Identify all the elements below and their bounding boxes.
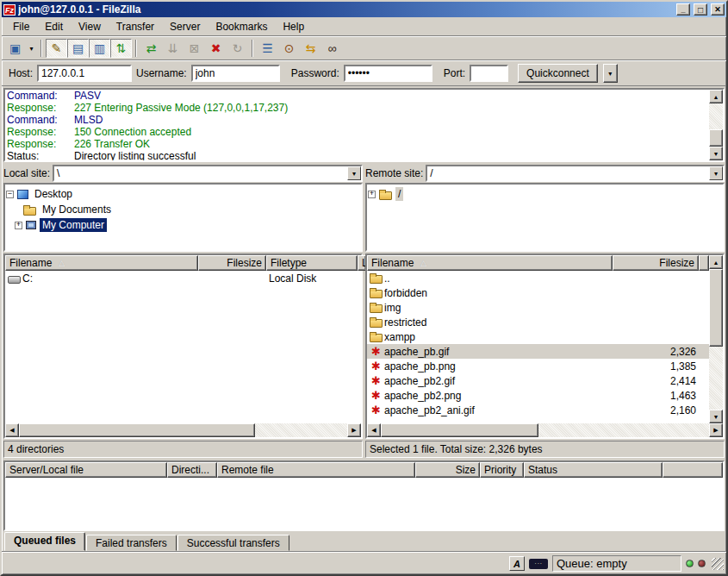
chevron-down-icon[interactable]: ▾: [347, 166, 361, 180]
collapse-icon[interactable]: −: [6, 191, 14, 198]
image-file-icon: ✱: [370, 404, 383, 416]
password-input[interactable]: [344, 65, 432, 82]
host-input[interactable]: [37, 65, 132, 82]
desktop-icon: [17, 190, 28, 199]
scroll-thumb[interactable]: [381, 423, 538, 437]
remote-site-combobox[interactable]: / ▾: [426, 165, 725, 182]
remote-file-row[interactable]: xampp: [367, 329, 709, 344]
scroll-left-icon[interactable]: ◀: [367, 423, 381, 437]
scroll-down-icon[interactable]: ▼: [709, 410, 723, 423]
chevron-down-icon[interactable]: ▾: [709, 166, 723, 180]
refresh-icon[interactable]: ⇄: [140, 39, 162, 58]
scroll-right-icon[interactable]: ▶: [709, 423, 723, 437]
column-header-filesize[interactable]: Filesize: [198, 255, 266, 271]
scroll-right-icon[interactable]: ▶: [347, 423, 361, 437]
cancel-operation-icon[interactable]: ⊠: [184, 39, 205, 58]
transfer-type-ascii-icon[interactable]: A: [509, 556, 525, 571]
scroll-track[interactable]: [381, 423, 709, 437]
compare-directories-icon[interactable]: ⊙: [278, 39, 300, 58]
remote-list-main: Filename△ Filesize .. forbidden: [367, 255, 723, 423]
tree-item-my-computer[interactable]: + My Computer: [6, 217, 360, 233]
scroll-thumb[interactable]: [709, 129, 723, 147]
toggle-transfer-queue-icon[interactable]: ⇅: [110, 39, 132, 58]
menu-view[interactable]: View: [71, 18, 109, 35]
tree-item-desktop[interactable]: − Desktop: [6, 186, 360, 202]
column-header-direction[interactable]: Directi...: [167, 462, 217, 478]
port-input[interactable]: [470, 65, 508, 82]
local-horizontal-scrollbar[interactable]: ◀ ▶: [5, 423, 361, 437]
remote-file-row[interactable]: ✱apache_pb2.gif 2,414: [367, 373, 709, 388]
remote-file-row[interactable]: img: [367, 300, 709, 315]
tab-failed-transfers[interactable]: Failed transfers: [86, 535, 177, 551]
scroll-thumb[interactable]: [709, 269, 723, 347]
site-manager-icon[interactable]: ▣: [4, 39, 26, 58]
remote-file-row[interactable]: ..: [367, 271, 709, 285]
site-manager-dropdown-icon[interactable]: ▾: [26, 39, 37, 58]
scroll-thumb[interactable]: [19, 423, 255, 437]
process-queue-icon[interactable]: ⇊: [162, 39, 184, 58]
tab-queued-files[interactable]: Queued files: [4, 532, 85, 551]
menu-file[interactable]: File: [5, 18, 37, 35]
remote-vertical-scrollbar[interactable]: ▲ ▼: [709, 255, 723, 423]
column-header-filename[interactable]: Filename△: [367, 255, 613, 271]
menu-help[interactable]: Help: [275, 18, 312, 35]
menu-transfer[interactable]: Transfer: [109, 18, 162, 35]
disconnect-icon[interactable]: ✖: [205, 39, 227, 58]
remote-file-row[interactable]: ✱apache_pb2_ani.gif 2,160: [367, 403, 709, 417]
local-file-row[interactable]: C: Local Disk: [5, 271, 361, 285]
quickconnect-dropdown-icon[interactable]: ▾: [603, 64, 618, 83]
scroll-up-icon[interactable]: ▲: [709, 255, 723, 269]
toggle-message-log-icon[interactable]: ✎: [46, 39, 67, 58]
menu-bookmarks[interactable]: Bookmarks: [208, 18, 275, 35]
expand-icon[interactable]: +: [368, 191, 376, 198]
column-header-priority[interactable]: Priority: [480, 462, 524, 478]
remote-horizontal-scrollbar[interactable]: ◀ ▶: [367, 423, 723, 437]
remote-file-row[interactable]: forbidden: [367, 285, 709, 300]
remote-file-row[interactable]: ✱apache_pb2.png 1,463: [367, 388, 709, 403]
username-input[interactable]: [191, 65, 280, 82]
tree-item-root[interactable]: + /: [368, 186, 722, 202]
resize-grip[interactable]: [712, 558, 724, 570]
column-header-server-local-file[interactable]: Server/Local file: [5, 462, 167, 478]
expand-icon[interactable]: +: [15, 222, 22, 229]
minimize-button[interactable]: _: [676, 3, 690, 16]
maximize-icon: □: [698, 5, 703, 15]
remote-file-row[interactable]: restricted: [367, 315, 709, 329]
local-site-combobox[interactable]: \ ▾: [53, 165, 363, 182]
directory-filters-icon[interactable]: ☰: [257, 39, 278, 58]
menu-server[interactable]: Server: [162, 18, 208, 35]
filezilla-window: Fz john@127.0.0.1 - FileZilla _ □ ✕ File…: [0, 0, 728, 576]
toggle-local-tree-icon[interactable]: ▤: [67, 39, 89, 58]
scroll-track[interactable]: [709, 269, 723, 410]
column-header-size[interactable]: Size: [415, 462, 480, 478]
column-header-filetype[interactable]: Filetype: [266, 255, 358, 271]
column-header-status[interactable]: Status: [524, 462, 663, 478]
menu-edit[interactable]: Edit: [37, 18, 71, 35]
maximize-button[interactable]: □: [694, 3, 707, 16]
remote-file-list: Filename△ Filesize .. forbidden: [365, 254, 725, 439]
tab-successful-transfers[interactable]: Successful transfers: [177, 535, 289, 551]
toggle-remote-tree-icon[interactable]: ▥: [89, 39, 110, 58]
quickconnect-button[interactable]: Quickconnect: [518, 64, 598, 83]
log-text: Directory listing successful: [74, 150, 196, 160]
tree-item-my-documents[interactable]: My Documents: [6, 202, 360, 217]
close-button[interactable]: ✕: [711, 3, 725, 16]
reconnect-icon[interactable]: ↻: [227, 39, 248, 58]
remote-file-row-selected[interactable]: ✱apache_pb.gif 2,326: [367, 344, 709, 359]
find-files-icon[interactable]: ∞: [321, 39, 343, 58]
scroll-track[interactable]: [19, 423, 347, 437]
tree-item-label: My Documents: [40, 203, 114, 216]
scroll-track[interactable]: [709, 103, 723, 147]
scroll-down-icon[interactable]: ▼: [709, 147, 723, 160]
window-title: john@127.0.0.1 - FileZilla: [18, 3, 673, 16]
log-scrollbar[interactable]: ▲ ▼: [709, 90, 723, 160]
scroll-left-icon[interactable]: ◀: [5, 423, 19, 437]
remote-file-row[interactable]: ✱apache_pb.png 1,385: [367, 359, 709, 373]
queue-body[interactable]: [5, 478, 723, 529]
column-header-filesize[interactable]: Filesize: [613, 255, 699, 271]
column-header-filename[interactable]: Filename△: [5, 255, 198, 271]
column-header-remote-file[interactable]: Remote file: [217, 462, 415, 478]
remote-list-header: Filename△ Filesize: [367, 255, 709, 271]
scroll-up-icon[interactable]: ▲: [709, 90, 723, 103]
synchronized-browsing-icon[interactable]: ⇆: [300, 39, 321, 58]
